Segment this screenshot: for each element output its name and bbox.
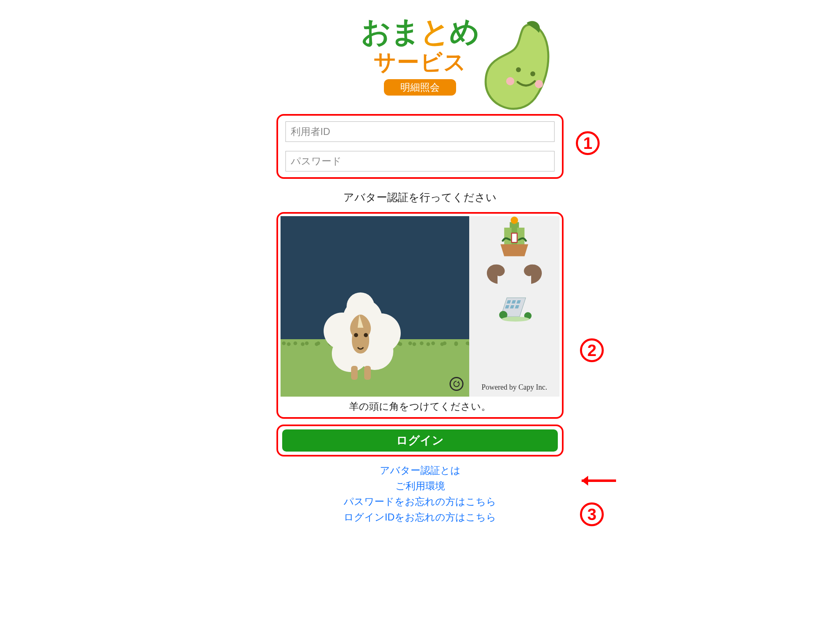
logo-char: お <box>361 12 390 52</box>
captcha-instruction: 羊の頭に角をつけてください。 <box>281 397 559 415</box>
logo-char: と <box>420 12 450 52</box>
horn-right-icon[interactable] <box>517 260 546 285</box>
svg-point-3 <box>535 80 543 88</box>
captcha-refresh-button[interactable] <box>450 377 463 391</box>
link-forgot-password[interactable]: パスワードをお忘れの方はこちら <box>344 495 496 508</box>
password-input[interactable] <box>285 151 555 171</box>
svg-point-2 <box>506 77 514 85</box>
captcha-canvas[interactable] <box>281 216 469 397</box>
horn-left-icon[interactable] <box>483 260 512 285</box>
user-id-input[interactable] <box>285 121 555 142</box>
kadomatsu-icon[interactable] <box>496 222 533 253</box>
svg-point-28 <box>502 317 530 322</box>
annotation-circle-1: 1 <box>576 131 600 155</box>
sheep-icon <box>313 286 408 384</box>
svg-rect-16 <box>517 228 525 246</box>
avatar-auth-label: アバター認証を行ってください <box>343 190 497 205</box>
svg-point-0 <box>516 67 521 72</box>
annotation-circle-2: 2 <box>580 338 604 362</box>
annotation-arrow-icon <box>576 472 617 489</box>
svg-point-11 <box>364 333 368 337</box>
service-logo: お ま と め サービス 明細照会 <box>313 12 527 111</box>
svg-rect-12 <box>351 366 358 380</box>
bean-mascot-icon <box>469 21 551 111</box>
svg-rect-15 <box>504 228 511 246</box>
logo-line1: お ま と め <box>361 12 479 52</box>
svg-point-1 <box>530 71 535 76</box>
link-environment[interactable]: ご利用環境 <box>395 479 445 493</box>
login-button[interactable]: ログイン <box>282 429 558 452</box>
logo-line2: サービス <box>374 48 467 78</box>
logo-char: ま <box>390 12 420 52</box>
login-button-group: ログイン <box>276 425 564 457</box>
avatar-captcha-group: Powered by Capy Inc. 羊の頭に角をつけてください。 <box>276 212 564 419</box>
help-links: アバター認証とは ご利用環境 パスワードをお忘れの方はこちら ログインIDをお忘… <box>344 464 496 524</box>
logo-subtitle-chip: 明細照会 <box>384 79 456 96</box>
credentials-group <box>276 114 564 179</box>
captcha-piece-tray: Powered by Capy Inc. <box>469 216 559 397</box>
refresh-icon <box>452 380 461 388</box>
building-icon[interactable] <box>496 292 533 324</box>
link-about-avatar-auth[interactable]: アバター認証とは <box>380 464 461 477</box>
svg-point-10 <box>354 333 358 337</box>
svg-rect-13 <box>364 366 371 380</box>
svg-rect-18 <box>511 233 517 243</box>
link-forgot-login-id[interactable]: ログインIDをお忘れの方はこちら <box>344 511 496 524</box>
captcha-provider-credit: Powered by Capy Inc. <box>482 383 547 394</box>
svg-point-17 <box>511 217 518 224</box>
annotation-circle-3: 3 <box>580 502 604 526</box>
